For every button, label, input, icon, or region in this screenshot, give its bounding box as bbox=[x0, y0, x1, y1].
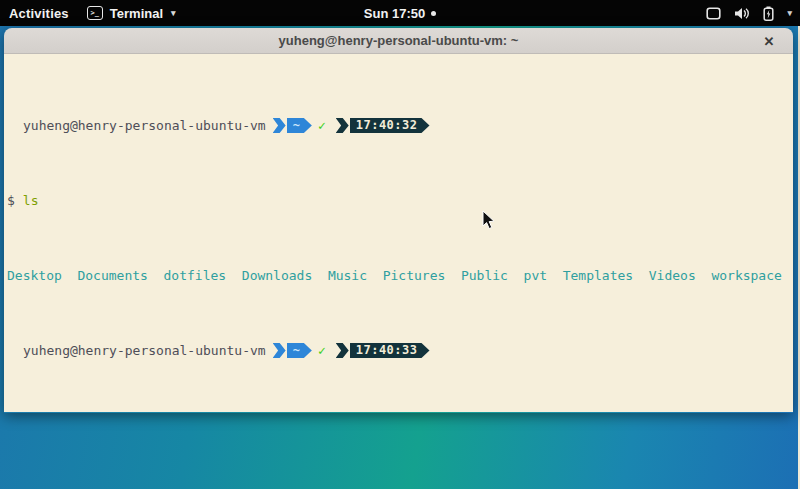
activities-button[interactable]: Activities bbox=[9, 6, 69, 21]
app-menu-label: Terminal bbox=[110, 6, 163, 21]
notification-dot-icon bbox=[431, 11, 436, 16]
chevron-down-icon: ▾ bbox=[787, 8, 792, 18]
terminal-screen[interactable]: yuheng@henry-personal-ubuntu-vm ~ ✓ 17:4… bbox=[4, 54, 793, 412]
system-status-menu[interactable]: ▾ bbox=[706, 0, 792, 26]
powerline-cwd-segment: ~ bbox=[273, 118, 312, 133]
prompt-line: yuheng@henry-personal-ubuntu-vm ~ ✓ 17:4… bbox=[7, 343, 791, 358]
powerline-arrow-icon bbox=[273, 343, 286, 358]
prompt-user-host: yuheng@henry-personal-ubuntu-vm bbox=[23, 118, 266, 133]
check-icon: ✓ bbox=[318, 118, 326, 133]
command-line: $ ls bbox=[7, 193, 791, 208]
app-menu-terminal[interactable]: >_ Terminal ▾ bbox=[87, 6, 176, 21]
clock-button[interactable]: Sun 17:50 bbox=[364, 6, 425, 21]
prompt-cwd: ~ bbox=[293, 343, 300, 358]
powerline-arrow-icon bbox=[336, 343, 349, 358]
prompt-time: 17:40:33 bbox=[356, 343, 418, 358]
window-titlebar[interactable]: yuheng@henry-personal-ubuntu-vm: ~ ✕ bbox=[4, 28, 793, 54]
terminal-app-icon: >_ bbox=[87, 6, 103, 20]
chevron-down-icon: ▾ bbox=[171, 8, 176, 18]
prompt-line: yuheng@henry-personal-ubuntu-vm ~ ✓ 17:4… bbox=[7, 118, 791, 133]
close-button[interactable]: ✕ bbox=[759, 28, 779, 54]
typed-command: ls bbox=[23, 193, 39, 208]
terminal-window: yuheng@henry-personal-ubuntu-vm: ~ ✕ yuh… bbox=[4, 28, 793, 413]
prompt-time: 17:40:32 bbox=[356, 118, 418, 133]
prompt-symbol: $ bbox=[7, 193, 15, 208]
powerline-time-segment: 17:40:33 bbox=[336, 343, 430, 358]
battery-charging-icon bbox=[763, 6, 774, 21]
ls-output-line: Desktop Documents dotfiles Downloads Mus… bbox=[7, 268, 791, 283]
powerline-arrow-icon bbox=[273, 118, 286, 133]
powerline-arrow-icon bbox=[336, 118, 349, 133]
directory-names: Desktop Documents dotfiles Downloads Mus… bbox=[7, 268, 782, 283]
prompt-user-host: yuheng@henry-personal-ubuntu-vm bbox=[23, 343, 266, 358]
window-title: yuheng@henry-personal-ubuntu-vm: ~ bbox=[279, 33, 519, 48]
volume-icon bbox=[734, 7, 750, 20]
powerline-cwd-segment: ~ bbox=[273, 343, 312, 358]
powerline-time-segment: 17:40:32 bbox=[336, 118, 430, 133]
check-icon: ✓ bbox=[318, 343, 326, 358]
screen-icon bbox=[706, 7, 721, 20]
prompt-cwd: ~ bbox=[293, 118, 300, 133]
top-bar: Activities >_ Terminal ▾ Sun 17:50 bbox=[0, 0, 800, 26]
